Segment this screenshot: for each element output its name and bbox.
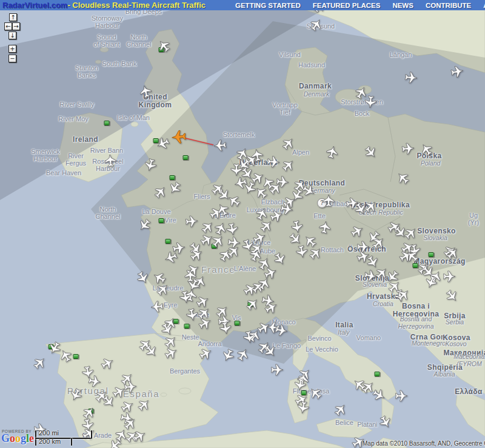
aircraft-icon[interactable] [301,183,316,198]
map-viewport[interactable]: Bring DeepsStornoway HarbourStensundSoun… [0,0,485,448]
aircraft-icon[interactable] [104,154,116,167]
aircraft-icon[interactable] [199,219,216,235]
aircraft-icon[interactable] [267,321,279,333]
aircraft-icon[interactable] [99,356,115,371]
aircraft-icon[interactable] [269,209,284,223]
aircraft-icon[interactable] [403,225,419,241]
aircraft-icon[interactable] [139,84,152,99]
aircraft-icon[interactable] [226,193,241,209]
aircraft-icon[interactable] [395,390,407,401]
pan-up-button[interactable]: ↑ [9,13,17,21]
aircraft-icon[interactable] [271,364,283,375]
aircraft-icon[interactable] [287,231,304,247]
aircraft-icon[interactable] [198,346,213,361]
aircraft-icon[interactable] [163,250,178,265]
aircraft-icon[interactable] [309,16,324,32]
aircraft-icon[interactable] [152,270,167,286]
aircraft-icon[interactable] [88,375,101,387]
aircraft-icon[interactable] [214,303,230,319]
aircraft-icon[interactable] [272,251,287,267]
aircraft-icon[interactable] [111,384,127,400]
aircraft-icon[interactable] [155,281,171,298]
aircraft-icon[interactable] [275,324,288,336]
aircraft-icon[interactable] [69,387,84,403]
aircraft-icon[interactable] [261,175,276,191]
aircraft-icon[interactable] [58,348,73,364]
aircraft-icon[interactable] [450,65,464,78]
aircraft-icon[interactable] [219,321,232,335]
aircraft-icon[interactable] [402,142,415,155]
nav-item-news[interactable]: NEWS [392,2,413,9]
aircraft-icon[interactable] [253,184,269,201]
aircraft-icon[interactable] [81,404,96,421]
aircraft-icon[interactable] [196,305,212,321]
aircraft-icon[interactable] [195,294,210,309]
aircraft-icon[interactable] [226,222,238,236]
nav-item-contribute[interactable]: CONTRIBUTE [426,2,471,9]
aircraft-icon[interactable] [221,348,236,363]
aircraft-icon[interactable] [364,96,376,109]
aircraft-icon[interactable] [233,176,248,190]
aircraft-icon[interactable] [135,270,150,286]
aircraft-icon[interactable] [172,242,186,255]
aircraft-icon[interactable] [378,414,393,430]
aircraft-icon[interactable] [228,236,241,249]
aircraft-icon[interactable] [167,180,182,196]
aircraft-icon[interactable] [155,136,170,151]
aircraft-icon[interactable] [119,399,135,414]
aircraft-icon[interactable] [163,346,179,361]
nav-item-featured-places[interactable]: FEATURED PLACES [313,2,381,9]
aircraft-icon[interactable] [136,396,152,413]
aircraft-icon[interactable] [263,266,278,281]
aircraft-icon[interactable] [244,296,261,312]
aircraft-icon[interactable] [81,366,94,379]
aircraft-icon[interactable] [418,141,434,157]
aircraft-icon[interactable] [235,347,250,363]
aircraft-icon[interactable] [443,271,455,282]
pan-right-button[interactable]: → [12,22,20,30]
aircraft-icon[interactable] [318,221,331,234]
aircraft-icon[interactable] [346,197,359,210]
aircraft-icon[interactable] [152,184,168,200]
aircraft-icon[interactable] [124,381,137,393]
aircraft-icon[interactable] [261,294,275,307]
aircraft-icon[interactable] [210,233,226,249]
aircraft-icon[interactable] [119,370,135,387]
aircraft-icon[interactable] [213,221,228,236]
aircraft-icon[interactable] [371,387,387,403]
aircraft-icon[interactable] [156,38,172,54]
aircraft-icon[interactable] [162,333,179,350]
aircraft-icon[interactable] [302,233,318,249]
aircraft-icon[interactable] [395,170,411,186]
aircraft-icon[interactable] [293,392,309,407]
aircraft-icon[interactable] [280,157,296,173]
aircraft-icon[interactable] [323,195,334,207]
aircraft-icon[interactable] [364,269,377,282]
aircraft-icon[interactable] [353,85,369,101]
aircraft-icon[interactable] [280,135,296,152]
aircraft-icon[interactable] [365,254,380,270]
aircraft-icon[interactable] [307,385,324,401]
google-logo[interactable]: Google [1,432,34,445]
pan-down-button[interactable]: ↓ [8,32,16,39]
aircraft-icon[interactable] [332,401,348,418]
zoom-in-button[interactable]: + [8,45,16,53]
site-brand[interactable]: RadarVirtuel.com [2,1,67,10]
aircraft-icon[interactable] [47,340,62,356]
aircraft-icon[interactable] [186,308,198,321]
aircraft-icon[interactable] [267,156,280,168]
zoom-out-button[interactable]: − [8,55,16,62]
aircraft-icon[interactable] [405,72,418,84]
aircraft-icon[interactable] [307,245,324,261]
aircraft-icon[interactable] [107,437,123,448]
aircraft-icon[interactable] [213,139,226,152]
aircraft-icon[interactable] [186,215,198,227]
aircraft-icon[interactable] [363,144,378,161]
aircraft-icon[interactable] [349,224,365,239]
aircraft-icon[interactable] [363,198,379,215]
aircraft-icon[interactable] [144,158,157,172]
selected-aircraft-icon[interactable] [172,130,186,144]
aircraft-icon[interactable] [263,300,279,315]
pan-left-button[interactable]: ← [4,22,12,30]
aircraft-icon[interactable] [136,217,152,233]
